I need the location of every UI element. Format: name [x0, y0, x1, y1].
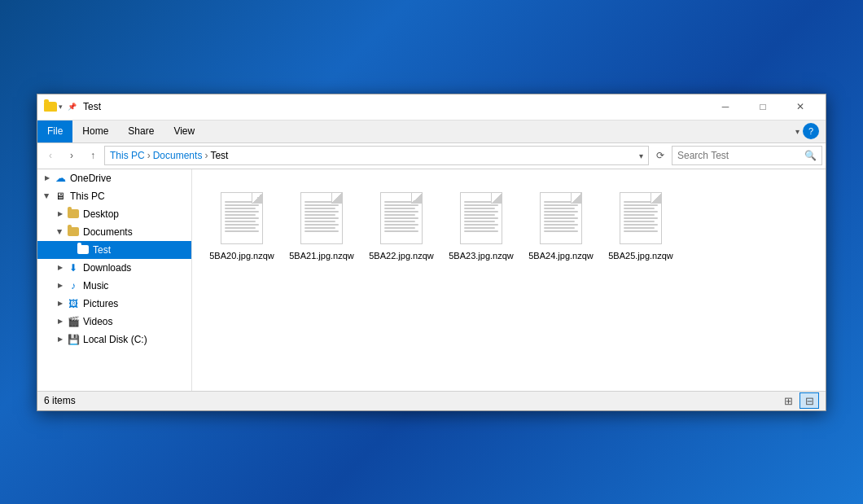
- expand-icon[interactable]: ▶: [41, 172, 54, 185]
- menu-bar: File Home Share View ▾ ?: [37, 121, 826, 143]
- file-item[interactable]: 5BA21.jpg.nzqw: [285, 182, 358, 267]
- sidebar-item-downloads[interactable]: ▶ ⬇ Downloads: [37, 259, 191, 277]
- sidebar-label: Downloads: [83, 262, 131, 274]
- back-button[interactable]: ‹: [41, 146, 60, 165]
- file-line: [225, 208, 256, 209]
- status-bar: 6 items ⊞ ⊟: [37, 391, 826, 410]
- title-icons: ▾ 📌: [44, 100, 77, 113]
- forward-button[interactable]: ›: [62, 146, 81, 165]
- file-line: [304, 204, 339, 206]
- file-page: [620, 192, 662, 244]
- sidebar-item-onedrive[interactable]: ▶ ☁ OneDrive: [37, 169, 191, 187]
- file-name: 5BA21.jpg.nzqw: [289, 251, 354, 261]
- breadcrumb-dropdown-icon[interactable]: ▾: [639, 151, 643, 160]
- file-line: [624, 221, 655, 222]
- close-button[interactable]: ✕: [782, 94, 819, 120]
- help-button[interactable]: ?: [803, 123, 819, 139]
- expand-icon[interactable]: ▶: [54, 279, 67, 292]
- up-button[interactable]: ↑: [83, 146, 103, 165]
- folder-icon: [67, 208, 80, 221]
- file-item[interactable]: 5BA24.jpg.nzqw: [524, 182, 598, 267]
- pictures-icon: 🖼: [67, 297, 80, 310]
- file-item[interactable]: 5BA22.jpg.nzqw: [365, 182, 438, 267]
- file-line: [225, 201, 256, 203]
- title-folder-icon: [44, 100, 57, 113]
- file-line: [384, 224, 418, 226]
- videos-icon: 🎬: [67, 315, 80, 328]
- sidebar-item-this-pc[interactable]: ▶ 🖥 This PC: [37, 187, 191, 205]
- search-icon[interactable]: 🔍: [804, 150, 817, 161]
- large-icons-view-button[interactable]: ⊟: [799, 392, 819, 409]
- file-line: [544, 201, 575, 203]
- file-icon: [217, 189, 266, 248]
- file-icon: [616, 189, 665, 248]
- file-page: [380, 192, 423, 244]
- minimize-button[interactable]: ─: [707, 94, 744, 120]
- expand-icon[interactable]: ▶: [54, 208, 67, 221]
- sidebar-item-desktop[interactable]: ▶ Desktop: [37, 205, 191, 223]
- file-page: [460, 192, 502, 244]
- file-line: [304, 214, 335, 216]
- file-line: [304, 217, 339, 219]
- file-line: [624, 201, 655, 203]
- address-bar: ‹ › ↑ This PC › Documents › Test ▾ ⟳ 🔍: [37, 143, 826, 169]
- sidebar-item-pictures[interactable]: ▶ 🖼 Pictures: [37, 295, 191, 313]
- file-line: [544, 224, 578, 226]
- expand-icon[interactable]: ▶: [41, 190, 54, 203]
- menu-expand: ▾ ?: [789, 120, 826, 142]
- menu-share[interactable]: Share: [118, 121, 164, 142]
- menu-view[interactable]: View: [164, 121, 204, 142]
- file-line: [304, 211, 339, 213]
- title-pin-btn[interactable]: 📌: [68, 103, 77, 111]
- file-item[interactable]: 5BA20.jpg.nzqw: [205, 182, 278, 267]
- search-input[interactable]: [677, 150, 804, 161]
- sidebar-item-local-disk[interactable]: ▶ 💾 Local Disk (C:): [37, 331, 191, 348]
- file-name: 5BA22.jpg.nzqw: [369, 251, 434, 261]
- file-line: [225, 214, 256, 216]
- file-icon: [457, 189, 506, 248]
- folder-icon: [77, 243, 90, 256]
- breadcrumb-documents: Documents: [153, 150, 203, 161]
- refresh-button[interactable]: ⟳: [651, 146, 670, 165]
- file-line: [544, 208, 575, 209]
- file-line: [225, 230, 259, 232]
- file-item[interactable]: 5BA25.jpg.nzqw: [604, 182, 677, 267]
- chevron-down-icon[interactable]: ▾: [795, 127, 799, 136]
- expand-icon[interactable]: ▶: [54, 226, 67, 239]
- hdd-icon: 💾: [67, 333, 80, 346]
- file-line: [624, 204, 658, 206]
- title-bar: ▾ 📌 Test ─ □ ✕: [37, 94, 826, 121]
- file-line: [225, 221, 256, 222]
- folder-icon: [67, 226, 80, 239]
- expand-icon[interactable]: ▶: [54, 315, 67, 328]
- breadcrumb-thispc: This PC: [110, 150, 145, 161]
- file-line: [624, 230, 658, 232]
- sidebar-item-test[interactable]: Test: [37, 241, 191, 259]
- expand-icon[interactable]: ▶: [54, 333, 67, 346]
- file-line: [544, 230, 578, 232]
- file-line: [464, 208, 495, 209]
- file-line: [304, 227, 335, 229]
- sidebar-item-videos[interactable]: ▶ 🎬 Videos: [37, 313, 191, 331]
- file-line: [384, 230, 418, 232]
- search-box[interactable]: 🔍: [672, 146, 822, 165]
- expand-icon[interactable]: ▶: [54, 261, 67, 274]
- sidebar-label: Videos: [83, 316, 112, 327]
- file-lines: [225, 201, 259, 232]
- file-item[interactable]: 5BA23.jpg.nzqw: [445, 182, 518, 267]
- breadcrumb-test: Test: [210, 150, 228, 161]
- expand-icon[interactable]: ▶: [54, 297, 67, 310]
- title-menu-arrow[interactable]: ▾: [59, 103, 63, 111]
- breadcrumb[interactable]: This PC › Documents › Test ▾: [104, 146, 649, 165]
- sidebar-item-documents[interactable]: ▶ Documents: [37, 223, 191, 241]
- details-view-button[interactable]: ⊞: [778, 392, 798, 409]
- file-line: [225, 217, 259, 219]
- menu-home[interactable]: Home: [72, 121, 118, 142]
- menu-file[interactable]: File: [37, 121, 72, 142]
- sidebar-label: Music: [83, 280, 108, 291]
- window-title: Test: [83, 101, 707, 112]
- sidebar-item-music[interactable]: ▶ ♪ Music: [37, 277, 191, 295]
- window-controls: ─ □ ✕: [707, 94, 819, 120]
- file-line: [544, 227, 575, 229]
- maximize-button[interactable]: □: [744, 94, 782, 120]
